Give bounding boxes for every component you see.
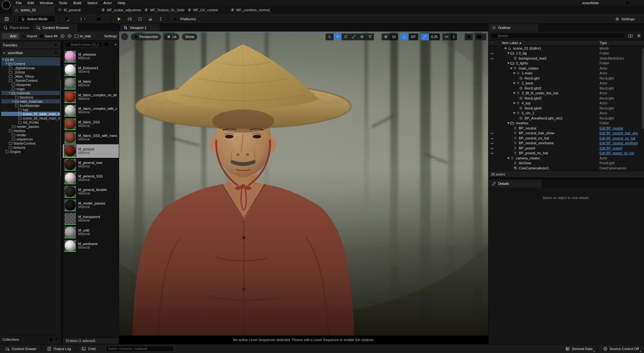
- outliner-row-camera_rotator[interactable]: camera_rotatorActor: [488, 156, 644, 161]
- nav-forward-button[interactable]: [67, 34, 72, 38]
- cinematics-dropdown[interactable]: [94, 15, 108, 23]
- stop-button[interactable]: [136, 16, 144, 22]
- menu-actor[interactable]: Actor: [100, 1, 115, 5]
- asset-item-M_fabric_complex_with_c[interactable]: M_fabric_complex_with_cMaterial: [63, 104, 119, 117]
- perspective-dropdown[interactable]: Perspective: [131, 33, 161, 40]
- close-icon[interactable]: [535, 182, 539, 185]
- asset-item-M_transparent[interactable]: M_transparentMaterial: [63, 212, 119, 225]
- asset-tab-scene-01[interactable]: scene_01: [12, 6, 55, 14]
- pin-icon[interactable]: [497, 41, 501, 45]
- collapse-arrow-icon[interactable]: [3, 52, 6, 54]
- tree-item-StarterContent[interactable]: StarterContent: [1, 141, 60, 145]
- snap-value[interactable]: 10: [390, 33, 398, 40]
- search-icon[interactable]: [54, 43, 58, 47]
- show-dropdown[interactable]: Show: [182, 33, 197, 40]
- visibility-toggle[interactable]: [488, 51, 496, 55]
- asset-item-M_unlit[interactable]: M_unlitMaterial: [63, 225, 119, 239]
- outliner-row-3_lights[interactable]: 3_lightsFolder: [488, 61, 644, 66]
- outliner-row-BP_neutral[interactable]: BP_neutralEdit BP_neutral: [488, 126, 644, 131]
- collapse-arrow-icon[interactable]: [510, 67, 513, 70]
- asset-search-box[interactable]: [64, 42, 103, 47]
- scale-snap-control[interactable]: 0.25: [421, 33, 440, 40]
- collapse-arrow-icon[interactable]: [513, 81, 516, 85]
- close-icon[interactable]: [153, 26, 156, 29]
- tree-item-SS_Profile[interactable]: SS_Profile: [1, 120, 60, 124]
- asset-item-M_emissive[interactable]: M_emissiveMaterial: [63, 50, 119, 63]
- maximize-viewport-button[interactable]: [465, 33, 473, 40]
- expand-arrow-icon[interactable]: [12, 100, 15, 103]
- asset-item-M_wireframe[interactable]: M_wireframeMaterial: [63, 239, 119, 253]
- outliner-settings-button[interactable]: [636, 33, 642, 39]
- grid-snap-control[interactable]: 10: [382, 33, 398, 40]
- outliner-scrollbar[interactable]: [642, 48, 644, 129]
- edit-blueprint-link[interactable]: Edit BP_neutral_wirefram: [600, 141, 644, 145]
- outliner-row-main_rotator[interactable]: main_rotatorActor: [488, 66, 644, 71]
- camera-speed-control[interactable]: 1: [442, 33, 457, 40]
- tab-viewport-1[interactable]: Viewport 1: [120, 24, 160, 32]
- save-all-button[interactable]: Save All: [40, 34, 58, 38]
- snap-value[interactable]: 0.25: [429, 33, 440, 40]
- tree-item-blueprints[interactable]: blueprints: [1, 82, 60, 87]
- tree-item-_digitalHuman[interactable]: _digitalHuman: [1, 66, 60, 70]
- add-actor-dropdown[interactable]: [62, 15, 76, 23]
- output-log-button[interactable]: Output Log: [44, 344, 73, 353]
- menu-edit[interactable]: Edit: [25, 1, 37, 5]
- edit-blueprint-link[interactable]: Edit BP_posed_no_hat: [600, 151, 644, 155]
- menu-help[interactable]: Help: [115, 1, 128, 5]
- eject-button[interactable]: [146, 16, 155, 22]
- angle-snap-control[interactable]: 10°: [401, 33, 418, 40]
- asset-tab-m-general[interactable]: M_general: [55, 6, 99, 14]
- skip-button[interactable]: [126, 16, 134, 22]
- tree-item-_Extras[interactable]: _Extras: [1, 70, 60, 74]
- tree-item-main_materials[interactable]: main_materials: [1, 99, 60, 103]
- menu-select[interactable]: Select: [84, 1, 100, 5]
- save-button[interactable]: [3, 16, 11, 22]
- visibility-toggle[interactable]: [488, 56, 496, 60]
- lit-dropdown[interactable]: Lit: [164, 33, 179, 40]
- asset-item-M_general_tileable[interactable]: M_general_tileableMaterial: [63, 185, 119, 198]
- asset-item-M_Emissive1[interactable]: M_Emissive1Material: [63, 63, 119, 77]
- edit-blueprint-link[interactable]: Edit BP_neutral_hair_sho: [600, 131, 644, 135]
- outliner-row-4_top[interactable]: 4_topActor: [488, 101, 644, 106]
- menu-tools[interactable]: Tools: [56, 1, 70, 5]
- collapse-arrow-icon[interactable]: [507, 121, 510, 125]
- viewport-render[interactable]: Perspective Lit Show 1010°0.251: [119, 32, 488, 336]
- nav-back-button[interactable]: [60, 34, 65, 38]
- outliner-row-BP_posed[interactable]: BP_posedEdit BP_posed: [488, 146, 644, 151]
- outliner-row-BP_neutral_no_hat[interactable]: BP_neutral_no_hatEdit BP_neutral_no_hat: [488, 136, 644, 141]
- platforms-dropdown[interactable]: Platforms: [172, 15, 203, 23]
- expand-arrow-icon[interactable]: [2, 58, 5, 61]
- outliner-row-AirGlow[interactable]: AirGlowPointLight: [488, 161, 644, 166]
- surface-snap-tool-button[interactable]: [366, 33, 374, 40]
- expand-arrow-icon[interactable]: [5, 62, 8, 65]
- tree-item-sequences[interactable]: sequences: [1, 137, 60, 141]
- breadcrumb[interactable]: in_mat: [74, 34, 91, 38]
- asset-item-M_general_new[interactable]: M_general_newMaterial: [63, 158, 119, 171]
- asset-tab-mf-texture-or-solid-c-[interactable]: fMF_Texture_Or_Solid_C...: [142, 6, 185, 14]
- viewport-layout-dropdown[interactable]: [475, 33, 486, 40]
- edit-blueprint-link[interactable]: Edit BP_posed: [600, 146, 644, 150]
- tab-details[interactable]: Details: [488, 180, 542, 187]
- collapse-arrow-icon[interactable]: [504, 47, 507, 50]
- asset-tab-mf-combine-normal-x2-[interactable]: fMF_combine_normal_x2...: [228, 6, 271, 14]
- outliner-row-5_rim_1[interactable]: 5_rim_1Actor: [488, 111, 644, 116]
- asset-item-M_fabric_SSS_with_trans[interactable]: M_fabric_SSS_with_transMaterial: [63, 131, 119, 144]
- asset-item-M_general[interactable]: M_generalMaterial: [63, 144, 119, 158]
- tree-item-Content[interactable]: Content: [1, 62, 60, 66]
- chevron-down-icon[interactable]: [115, 43, 118, 46]
- tab-outliner[interactable]: Outliner: [488, 24, 539, 32]
- tree-item-hair[interactable]: hair: [1, 108, 60, 112]
- asset-tab-mf-scalar-adjustments-[interactable]: fMF_scalar_adjustments...: [99, 6, 142, 14]
- tab-place-actors[interactable]: Place Actors: [0, 24, 33, 32]
- tree-item-meshes[interactable]: meshes: [1, 129, 60, 133]
- outliner-row-3_fill_R_under_the_hat[interactable]: 3_fill_R_under_the_hatActor: [488, 91, 644, 96]
- tree-item-All[interactable]: All: [1, 57, 60, 62]
- tree-item-scene_01_table_main_mat[interactable]: scene_01_table_main_mat: [1, 112, 60, 116]
- minimize-window-icon[interactable]: [616, 1, 619, 5]
- settings-dropdown[interactable]: Settings: [613, 16, 641, 22]
- visibility-toggle[interactable]: [488, 151, 496, 155]
- select-tool-button[interactable]: [326, 33, 334, 40]
- move-tool-button[interactable]: [334, 33, 342, 40]
- tree-item-Engine[interactable]: Engine: [1, 149, 60, 154]
- maximize-window-icon[interactable]: [626, 1, 629, 5]
